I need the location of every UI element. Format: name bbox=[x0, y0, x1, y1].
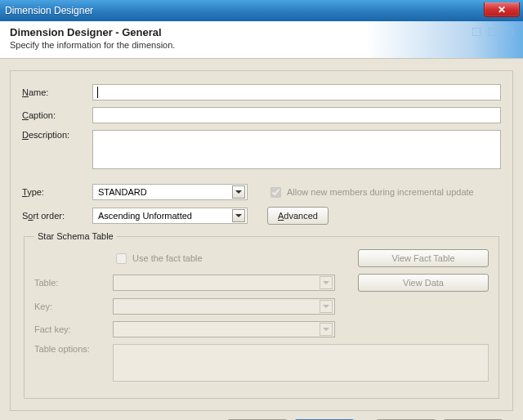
chevron-down-icon bbox=[232, 185, 245, 199]
chevron-down-icon bbox=[320, 300, 333, 313]
page-title: Dimension Designer - General bbox=[10, 26, 513, 38]
caption-input[interactable] bbox=[92, 107, 501, 123]
label-name: Name: bbox=[22, 87, 92, 97]
page-subtitle: Specify the information for the dimensio… bbox=[10, 40, 513, 50]
wizard-footer: < Back Next > Cancel Help bbox=[10, 411, 513, 420]
allow-new-label: Allow new members during incremental upd… bbox=[287, 187, 474, 197]
label-fact-key: Fact key: bbox=[34, 324, 113, 334]
label-table: Table: bbox=[34, 278, 113, 288]
allow-new-checkbox-row[interactable]: Allow new members during incremental upd… bbox=[267, 185, 474, 200]
chevron-down-icon bbox=[232, 209, 245, 222]
description-input[interactable] bbox=[92, 130, 501, 169]
chevron-down-icon bbox=[320, 276, 333, 289]
use-fact-checkbox[interactable] bbox=[116, 253, 127, 264]
close-button[interactable]: ✕ bbox=[484, 2, 520, 17]
form-area: Name: Caption: Description: Type: bbox=[10, 70, 513, 411]
table-select[interactable] bbox=[113, 275, 335, 291]
star-schema-group: Star Schema Table Use the fact table Vie… bbox=[24, 231, 499, 399]
row-sort: Sort order: Ascending Unformatted Advanc… bbox=[22, 207, 501, 225]
advanced-button[interactable]: Advanced bbox=[267, 207, 329, 225]
row-caption: Caption: bbox=[22, 107, 501, 123]
fact-key-select[interactable] bbox=[113, 321, 335, 337]
key-select[interactable] bbox=[113, 298, 335, 315]
close-icon: ✕ bbox=[498, 4, 506, 16]
type-value: STANDARD bbox=[98, 187, 147, 197]
wizard-header: Dimension Designer - General Specify the… bbox=[0, 21, 523, 59]
type-select[interactable]: STANDARD bbox=[92, 184, 248, 200]
name-input[interactable] bbox=[92, 84, 501, 101]
caret bbox=[97, 87, 98, 98]
view-fact-table-button[interactable]: View Fact Table bbox=[358, 249, 489, 267]
star-schema-legend: Star Schema Table bbox=[34, 231, 117, 241]
label-type: Type: bbox=[22, 187, 92, 197]
label-description: Description: bbox=[22, 130, 92, 140]
label-key: Key: bbox=[34, 302, 113, 311]
use-fact-label: Use the fact table bbox=[132, 253, 203, 263]
label-caption: Caption: bbox=[22, 110, 92, 120]
view-data-button[interactable]: View Data bbox=[358, 274, 489, 292]
table-options-box bbox=[113, 344, 489, 382]
label-sort: Sort order: bbox=[22, 211, 92, 221]
titlebar: Dimension Designer ✕ bbox=[0, 0, 523, 21]
allow-new-checkbox[interactable] bbox=[270, 187, 281, 198]
sort-select[interactable]: Ascending Unformatted bbox=[92, 208, 248, 224]
row-description: Description: bbox=[22, 130, 501, 171]
chevron-down-icon bbox=[320, 323, 333, 336]
use-fact-row[interactable]: Use the fact table bbox=[113, 251, 335, 266]
row-type: Type: STANDARD Allow new members during … bbox=[22, 184, 501, 200]
label-table-options: Table options: bbox=[34, 344, 113, 354]
row-name: Name: bbox=[22, 84, 501, 101]
window-title: Dimension Designer bbox=[5, 5, 93, 16]
client-area: Name: Caption: Description: Type: bbox=[0, 59, 523, 420]
header-decor bbox=[472, 28, 513, 36]
sort-value: Ascending Unformatted bbox=[98, 211, 192, 221]
